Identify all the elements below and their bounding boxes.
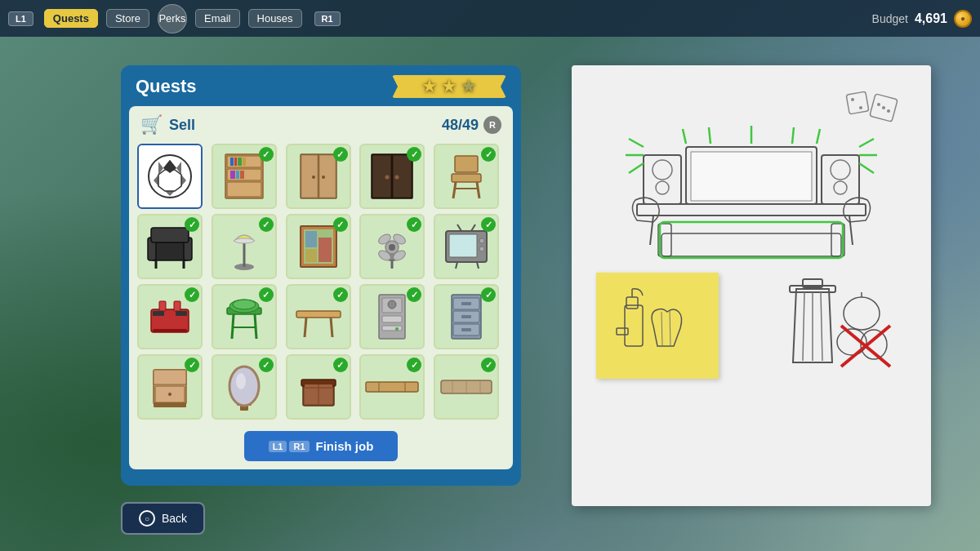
item-cell-4[interactable]: ✓	[359, 144, 425, 209]
svg-point-160	[844, 297, 880, 330]
svg-rect-69	[174, 301, 180, 311]
tab-perks[interactable]: Perks	[158, 4, 187, 33]
svg-line-81	[331, 318, 332, 337]
check-badge-17: ✓	[259, 358, 274, 372]
item-cell-11[interactable]: ✓	[137, 284, 203, 349]
carpet-icon	[438, 371, 495, 403]
soccer-ball-icon	[145, 152, 194, 201]
item-cell-3[interactable]: ✓	[286, 144, 351, 209]
svg-rect-92	[461, 302, 471, 305]
item-cell-14[interactable]: ✓	[359, 284, 425, 349]
item-cell-7[interactable]: ✓	[212, 214, 277, 279]
oval-mirror-icon	[225, 362, 263, 412]
item-cell-18[interactable]: ✓	[286, 354, 351, 420]
l1-button[interactable]: L1	[8, 11, 33, 26]
svg-rect-109	[366, 382, 418, 392]
svg-rect-14	[234, 158, 237, 166]
svg-rect-18	[236, 171, 239, 179]
item-cell-9[interactable]: ✓	[359, 214, 425, 279]
item-cell-16[interactable]: ✓	[137, 354, 203, 420]
svg-rect-19	[240, 171, 244, 179]
svg-line-118	[849, 216, 853, 245]
item-cell-12[interactable]: ✓	[212, 284, 277, 349]
item-cell-6[interactable]: ✓	[137, 214, 203, 279]
svg-line-137	[709, 127, 710, 144]
budget-value: 4,691	[915, 11, 947, 26]
check-badge-9: ✓	[407, 217, 421, 232]
quest-body: 🛒 Sell 48/49 R	[129, 106, 513, 469]
svg-line-130	[629, 139, 644, 147]
svg-point-45	[234, 238, 254, 243]
finish-l1-badge: L1	[269, 441, 287, 452]
svg-rect-150	[626, 297, 638, 309]
svg-point-147	[851, 98, 854, 101]
svg-point-24	[312, 176, 315, 179]
svg-rect-60	[449, 234, 477, 257]
quest-header: Quests ★ ★ ★	[121, 65, 521, 106]
item-cell-1[interactable]	[137, 144, 203, 209]
item-cell-19[interactable]: ✓	[359, 354, 425, 420]
r1-button[interactable]: R1	[314, 11, 341, 26]
item-cell-8[interactable]: ✓	[286, 214, 351, 279]
check-badge-13: ✓	[333, 287, 348, 302]
svg-rect-149	[625, 305, 643, 346]
stars-ribbon: ★ ★ ★	[392, 75, 506, 98]
svg-point-61	[479, 238, 484, 243]
back-label: Back	[162, 512, 187, 525]
svg-rect-85	[382, 316, 402, 322]
item-cell-2[interactable]: ✓	[212, 144, 277, 209]
tab-quests[interactable]: Quests	[44, 9, 98, 28]
item-cell-5[interactable]: ✓	[434, 144, 499, 209]
svg-point-125	[831, 160, 850, 180]
svg-line-136	[683, 129, 686, 144]
item-cell-13[interactable]: ✓	[286, 284, 351, 349]
check-badge-16: ✓	[185, 358, 199, 372]
svg-point-30	[385, 176, 390, 180]
svg-rect-50	[305, 249, 317, 262]
long-board-icon	[363, 371, 421, 403]
svg-rect-17	[230, 171, 235, 179]
svg-rect-94	[461, 328, 471, 331]
item-cell-20[interactable]: ✓	[434, 354, 499, 420]
svg-line-135	[859, 163, 874, 173]
notes-panel	[572, 65, 931, 506]
svg-rect-15	[238, 158, 242, 166]
brown-pot-icon	[295, 363, 342, 411]
svg-point-143	[877, 103, 880, 106]
tab-store[interactable]: Store	[106, 9, 149, 28]
notes-paper	[572, 65, 931, 506]
svg-rect-98	[154, 370, 186, 384]
svg-point-144	[887, 109, 890, 113]
svg-point-87	[395, 327, 399, 331]
item-cell-15[interactable]: ✓	[434, 284, 499, 349]
svg-rect-93	[461, 315, 471, 318]
cleaning-supplies-sketch	[608, 281, 706, 371]
tab-houses[interactable]: Houses	[248, 9, 302, 28]
item-cell-10[interactable]: ✓	[434, 214, 499, 279]
trash-note-area	[735, 273, 906, 379]
budget-display: Budget 4,691 ●	[872, 10, 972, 28]
svg-rect-70	[153, 311, 164, 316]
svg-rect-48	[305, 231, 317, 247]
svg-line-35	[477, 182, 479, 198]
svg-line-117	[650, 216, 653, 245]
sell-icon: 🛒	[140, 114, 163, 136]
quest-panel: Quests ★ ★ ★ 🛒 Sell 48/49 R	[121, 65, 521, 486]
svg-rect-141	[660, 222, 843, 258]
tab-email[interactable]: Email	[195, 9, 240, 28]
check-badge-2: ✓	[259, 147, 274, 162]
items-grid: ✓ ✓	[137, 144, 505, 420]
svg-point-126	[834, 181, 847, 194]
svg-point-145	[882, 106, 885, 109]
back-button[interactable]: ○ Back	[121, 502, 205, 535]
svg-point-25	[322, 176, 325, 179]
finish-job-button[interactable]: L1 R1 Finish job	[244, 431, 399, 461]
item-cell-17[interactable]: ✓	[212, 354, 277, 420]
svg-point-31	[395, 176, 399, 180]
wardrobe-icon	[297, 151, 340, 202]
svg-line-133	[859, 139, 874, 147]
star-2: ★	[441, 76, 457, 97]
check-badge-8: ✓	[333, 217, 348, 232]
svg-rect-72	[153, 329, 187, 332]
svg-rect-12	[227, 182, 261, 197]
